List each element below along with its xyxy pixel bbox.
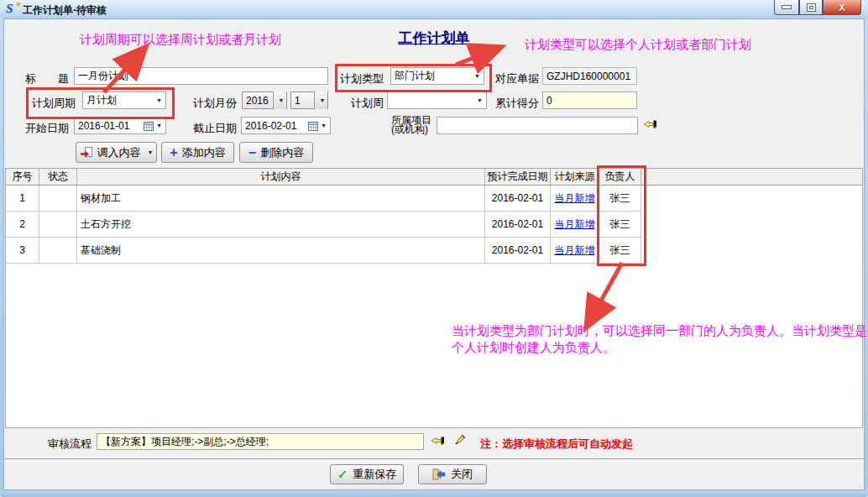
plan-cycle-label: 计划周期	[32, 96, 76, 111]
close-icon: X	[839, 3, 844, 13]
col-header-content[interactable]: 计划内容	[77, 169, 485, 185]
project-label-line2: (或机构)	[391, 125, 428, 134]
chevron-down-icon: ▼	[320, 97, 326, 103]
end-date-label: 截止日期	[193, 121, 237, 136]
plan-table: 序号 状态 计划内容 预计完成日期 计划来源 负责人 1 钢材加工 2016-0…	[5, 168, 863, 428]
combo-arrow-button: ▼	[314, 92, 327, 109]
doc-no-field	[542, 67, 637, 85]
page-title: 工作计划单	[399, 29, 470, 48]
annotation-plan-cycle: 计划周期可以选择周计划或者月计划	[80, 32, 281, 48]
edit-pen-icon[interactable]	[453, 433, 467, 447]
minimize-button[interactable]	[774, 0, 799, 15]
doc-no-label: 对应单据	[495, 71, 539, 86]
work-plan-window: S 工作计划单-待审核 X 计划周期可以选择周计划或者月计划 工作计划单 计划类…	[0, 0, 868, 497]
close-button[interactable]: X	[823, 0, 861, 15]
source-link[interactable]: 当月新增	[555, 217, 595, 232]
window-controls: X	[774, 0, 861, 15]
plan-monthnum-value: 1	[295, 95, 311, 107]
annotation-plan-type: 计划类型可以选择个人计划或者部门计划	[525, 37, 751, 53]
cell-source: 当月新增	[551, 238, 599, 263]
plan-week-label: 计划周	[351, 96, 384, 111]
titlebar[interactable]: S 工作计划单-待审核 X	[0, 0, 868, 18]
window-frame-right	[865, 18, 868, 490]
import-content-button[interactable]: 调入内容 ▼	[76, 142, 157, 163]
col-header-status[interactable]: 状态	[39, 169, 77, 185]
cell-owner: 张三	[599, 238, 641, 263]
table-row[interactable]: 3 基础浇制 2016-02-01 当月新增 张三	[6, 238, 641, 264]
plan-cycle-select[interactable]: 月计划 ▼	[82, 92, 166, 109]
cell-owner: 张三	[599, 212, 641, 237]
plan-week-select[interactable]: ▼	[387, 92, 487, 109]
add-content-button[interactable]: + 添加内容	[161, 142, 234, 163]
flow-label: 审核流程	[48, 437, 92, 452]
chevron-down-icon: ▼	[477, 97, 483, 103]
maximize-icon	[808, 4, 815, 11]
start-date-label: 开始日期	[25, 121, 69, 136]
source-link[interactable]: 当月新增	[555, 243, 595, 258]
close-form-button-label: 关闭	[451, 467, 473, 482]
plan-type-value: 部门计划	[395, 69, 472, 83]
score-input[interactable]	[542, 92, 637, 109]
app-logo-icon: S	[6, 2, 20, 16]
cell-status	[39, 238, 77, 263]
add-content-label: 添加内容	[182, 145, 226, 160]
plus-icon: +	[170, 147, 177, 159]
save-button-label: 重新保存	[353, 467, 396, 482]
cell-owner: 张三	[599, 186, 641, 211]
plan-monthnum-select[interactable]: 1 ▼	[290, 92, 328, 109]
col-header-filler	[641, 169, 862, 185]
plan-month-label: 计划月份	[193, 96, 237, 111]
plan-type-label: 计划类型	[340, 71, 384, 86]
col-header-seq[interactable]: 序号	[6, 169, 39, 185]
end-date-input[interactable]: 2016-02-01 ▼	[241, 117, 331, 134]
picker-hand-icon[interactable]	[643, 118, 658, 131]
col-header-owner[interactable]: 负责人	[599, 169, 641, 185]
score-label: 累计得分	[495, 96, 539, 111]
project-input[interactable]	[437, 117, 638, 134]
minus-icon: −	[248, 147, 256, 159]
end-date-value: 2016-02-01	[245, 120, 305, 132]
cell-status	[39, 186, 77, 211]
save-button[interactable]: ✓ 重新保存	[330, 464, 404, 484]
cell-content[interactable]: 基础浇制	[77, 238, 485, 263]
chevron-down-icon: ▼	[156, 97, 162, 103]
cell-seq: 1	[6, 186, 39, 211]
cell-source: 当月新增	[551, 212, 599, 237]
col-header-source[interactable]: 计划来源	[551, 169, 599, 185]
calendar-icon	[308, 121, 318, 131]
chevron-down-icon: ▼	[279, 97, 285, 103]
plan-type-select[interactable]: 部门计划 ▼	[390, 67, 484, 85]
cell-content[interactable]: 钢材加工	[77, 186, 485, 211]
chevron-down-icon: ▼	[148, 149, 154, 155]
title-input[interactable]	[74, 67, 328, 85]
col-header-due[interactable]: 预计完成日期	[485, 169, 551, 185]
start-date-input[interactable]: 2016-01-01 ▼	[74, 117, 166, 134]
table-row[interactable]: 2 土石方开挖 2016-02-01 当月新增 张三	[6, 212, 641, 238]
delete-content-button[interactable]: − 删除内容	[239, 142, 313, 163]
flow-input[interactable]	[97, 433, 424, 450]
import-content-label: 调入内容	[97, 145, 141, 160]
chevron-down-icon: ▼	[474, 73, 480, 79]
cell-source: 当月新增	[551, 186, 599, 211]
flow-note: 注：选择审核流程后可自动发起	[480, 437, 633, 452]
table-row[interactable]: 1 钢材加工 2016-02-01 当月新增 张三	[6, 186, 641, 212]
close-form-button[interactable]: 关闭	[418, 464, 487, 484]
delete-content-label: 删除内容	[260, 145, 304, 160]
cell-seq: 3	[6, 238, 39, 263]
cell-due: 2016-02-01	[485, 212, 551, 237]
plan-year-value: 2016	[246, 95, 270, 107]
calendar-icon	[144, 121, 154, 131]
cell-content[interactable]: 土石方开挖	[77, 212, 485, 237]
plan-cycle-value: 月计划	[86, 93, 154, 107]
cell-due: 2016-02-01	[485, 186, 551, 211]
flow-picker-hand-icon[interactable]	[431, 435, 446, 447]
chevron-down-icon: ▼	[156, 123, 162, 128]
chevron-down-icon: ▼	[321, 123, 327, 128]
maximize-button[interactable]	[799, 0, 823, 15]
cell-seq: 2	[6, 212, 39, 237]
source-link[interactable]: 当月新增	[555, 191, 595, 206]
window-frame-bottom	[0, 490, 868, 497]
door-exit-icon	[432, 468, 446, 480]
plan-year-select[interactable]: 2016 ▼	[242, 92, 287, 109]
cell-due: 2016-02-01	[485, 238, 551, 263]
